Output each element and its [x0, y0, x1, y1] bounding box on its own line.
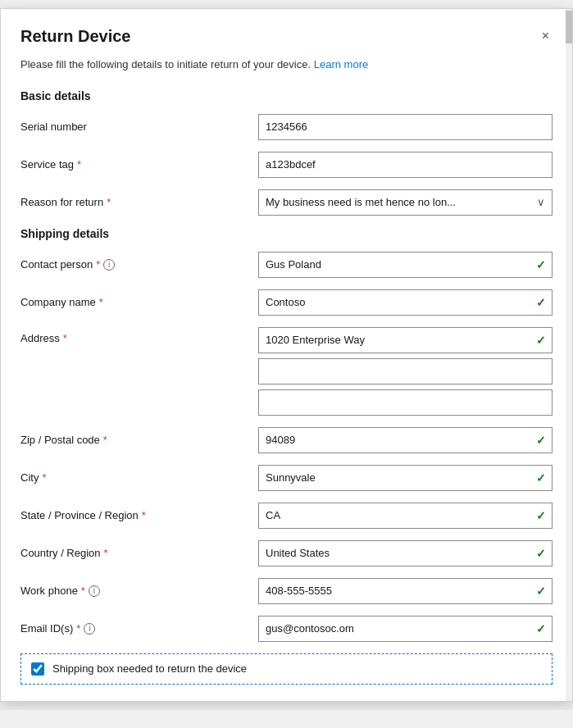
country-region-row: Country / Region * ✓: [20, 540, 553, 566]
reason-for-return-field: My business need is met hence no lon... …: [258, 189, 553, 216]
company-name-required: *: [99, 296, 103, 308]
contact-person-label: Contact person * i: [20, 258, 258, 271]
address-field: ✓: [258, 327, 553, 416]
service-tag-label: Service tag *: [20, 158, 258, 171]
state-input[interactable]: [258, 503, 553, 529]
reason-value: My business need is met hence no lon...: [266, 196, 530, 208]
email-input[interactable]: [258, 616, 553, 642]
contact-person-input-wrapper: ✓: [258, 252, 553, 278]
company-name-check-icon: ✓: [536, 296, 546, 309]
service-tag-input[interactable]: [258, 152, 553, 178]
scrollbar-thumb[interactable]: [566, 11, 572, 43]
company-name-row: Company name * ✓: [20, 289, 553, 316]
shipping-box-checkbox[interactable]: [31, 662, 44, 676]
contact-person-field: ✓: [258, 252, 553, 278]
reason-for-return-row: Reason for return * My business need is …: [20, 189, 553, 216]
email-ids-label: Email ID(s) * i: [20, 622, 258, 635]
address-row: Address * ✓: [20, 327, 553, 416]
zip-required: *: [103, 434, 107, 446]
company-name-input-wrapper: ✓: [258, 289, 553, 316]
reason-dropdown[interactable]: My business need is met hence no lon... …: [258, 189, 553, 216]
work-phone-required: *: [81, 585, 85, 597]
shipping-details-title: Shipping details: [20, 227, 553, 240]
address-label: Address *: [20, 327, 258, 344]
dialog-header: Return Device ×: [1, 9, 572, 57]
contact-person-input[interactable]: [258, 252, 553, 278]
company-name-field: ✓: [258, 289, 553, 316]
serial-number-label: Serial number: [20, 121, 258, 133]
city-check-icon: ✓: [536, 471, 546, 485]
dialog-body: Please fill the following details to ini…: [1, 57, 572, 701]
email-ids-row: Email ID(s) * i ✓: [20, 616, 553, 642]
service-tag-row: Service tag *: [20, 152, 553, 178]
shipping-box-label: Shipping box needed to return the device: [52, 662, 247, 675]
zip-postal-label: Zip / Postal code *: [20, 434, 258, 446]
contact-person-required: *: [96, 258, 100, 271]
work-phone-check-icon: ✓: [536, 585, 546, 598]
company-name-input[interactable]: [258, 289, 553, 316]
return-device-dialog: Return Device × Please fill the followin…: [0, 8, 573, 702]
work-phone-field: ✓: [258, 578, 553, 604]
work-phone-info-icon[interactable]: i: [89, 585, 100, 597]
zip-postal-row: Zip / Postal code * ✓: [20, 427, 553, 453]
email-info-icon[interactable]: i: [84, 623, 95, 635]
serial-number-input[interactable]: [258, 114, 553, 140]
zip-check-icon: ✓: [536, 434, 546, 447]
city-input-wrapper: ✓: [258, 465, 553, 491]
address-check-icon: ✓: [536, 334, 546, 347]
contact-person-info-icon[interactable]: i: [103, 259, 115, 271]
reason-for-return-label: Reason for return *: [20, 196, 258, 208]
work-phone-input-wrapper: ✓: [258, 578, 553, 604]
state-required: *: [142, 509, 146, 521]
address-line3-input[interactable]: [258, 389, 553, 416]
address-line2-input[interactable]: [258, 358, 553, 384]
contact-person-row: Contact person * i ✓: [20, 252, 553, 278]
basic-details-title: Basic details: [20, 89, 553, 102]
email-ids-field: ✓: [258, 616, 553, 642]
state-province-field: ✓: [258, 503, 553, 529]
serial-number-row: Serial number: [20, 114, 553, 140]
country-region-field: ✓: [258, 540, 553, 566]
city-row: City * ✓: [20, 465, 553, 491]
country-region-label: Country / Region *: [20, 547, 258, 559]
reason-required: *: [107, 196, 111, 208]
city-required: *: [42, 471, 46, 484]
state-input-wrapper: ✓: [258, 503, 553, 529]
zip-postal-field: ✓: [258, 427, 553, 453]
city-input[interactable]: [258, 465, 553, 491]
zip-input-wrapper: ✓: [258, 427, 553, 453]
shipping-box-row: Shipping box needed to return the device: [20, 653, 553, 685]
service-tag-required: *: [77, 158, 81, 171]
address-line1-wrapper: ✓: [258, 327, 553, 353]
city-label: City *: [20, 471, 258, 484]
country-input[interactable]: [258, 540, 553, 566]
city-field: ✓: [258, 465, 553, 491]
country-check-icon: ✓: [536, 547, 546, 560]
work-phone-label: Work phone * i: [20, 585, 258, 597]
close-button[interactable]: ×: [539, 25, 553, 47]
address-required: *: [63, 332, 67, 344]
basic-details-section: Basic details Serial number Service tag …: [20, 89, 553, 216]
email-required: *: [76, 622, 80, 635]
state-province-label: State / Province / Region *: [20, 509, 258, 521]
scrollbar-track[interactable]: [566, 9, 572, 701]
company-name-label: Company name *: [20, 296, 258, 308]
country-required: *: [104, 547, 108, 559]
dialog-outer: Return Device × Please fill the followin…: [0, 8, 573, 702]
dialog-title: Return Device: [20, 27, 131, 46]
state-check-icon: ✓: [536, 509, 546, 522]
email-input-wrapper: ✓: [258, 616, 553, 642]
email-check-icon: ✓: [536, 622, 546, 635]
country-input-wrapper: ✓: [258, 540, 553, 566]
reason-dropdown-arrow: ∨: [537, 196, 545, 208]
serial-number-field: [258, 114, 553, 140]
description-text: Please fill the following details to ini…: [20, 57, 553, 73]
work-phone-row: Work phone * i ✓: [20, 578, 553, 604]
zip-input[interactable]: [258, 427, 553, 453]
work-phone-input[interactable]: [258, 578, 553, 604]
state-province-row: State / Province / Region * ✓: [20, 503, 553, 529]
learn-more-link[interactable]: Learn more: [314, 58, 368, 71]
address-line1-input[interactable]: [258, 327, 553, 353]
service-tag-field: [258, 152, 553, 178]
contact-person-check-icon: ✓: [536, 258, 546, 271]
